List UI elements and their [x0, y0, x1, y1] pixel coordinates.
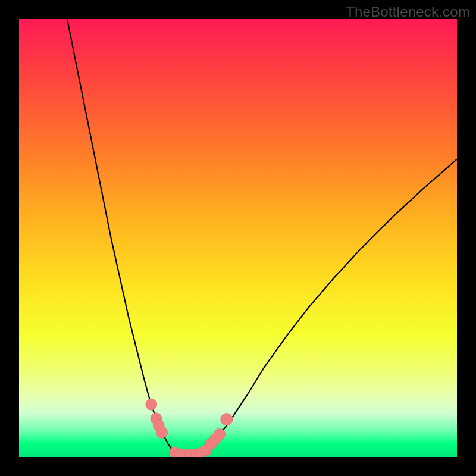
plot-area: [19, 19, 457, 457]
chart-frame: TheBottleneck.com: [0, 0, 476, 476]
bead-layer: [19, 19, 457, 457]
bead-group: [146, 399, 233, 457]
bead-point: [221, 413, 233, 425]
bead-point: [214, 428, 226, 440]
watermark-text: TheBottleneck.com: [346, 4, 470, 20]
bead-point: [156, 427, 167, 438]
bead-point: [146, 399, 157, 410]
